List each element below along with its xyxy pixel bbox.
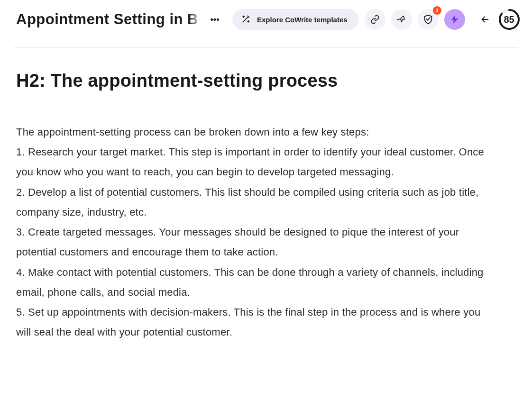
document-title[interactable]: Appointment Setting in B — [16, 11, 201, 28]
more-icon: ••• — [211, 15, 220, 25]
step-1: 1. Research your target market. This ste… — [16, 146, 484, 178]
intro-line: The appointment-setting process can be b… — [16, 126, 369, 138]
document-content[interactable]: H2: The appointment-setting process The … — [0, 48, 532, 343]
notification-badge: 3 — [433, 6, 441, 15]
step-2: 2. Develop a list of potential customers… — [16, 186, 478, 218]
step-5: 5. Set up appointments with decision-mak… — [16, 306, 480, 338]
step-3: 3. Create targeted messages. Your messag… — [16, 226, 459, 258]
bolt-icon — [449, 14, 460, 25]
shield-check-button[interactable]: 3 — [418, 9, 439, 30]
wand-icon — [241, 15, 250, 24]
back-button[interactable] — [479, 14, 491, 25]
shield-check-icon — [423, 14, 433, 25]
bolt-button[interactable] — [444, 9, 465, 30]
score-indicator[interactable]: 85 — [498, 9, 520, 30]
cowrite-templates-button[interactable]: Explore CoWrite templates — [232, 9, 359, 30]
link-button[interactable] — [365, 9, 385, 30]
more-menu-button[interactable]: ••• — [207, 11, 223, 27]
step-4: 4. Make contact with potential customers… — [16, 266, 484, 298]
cowrite-label: Explore CoWrite templates — [257, 16, 348, 24]
topbar: Appointment Setting in B ••• Explore CoW… — [0, 0, 532, 39]
pin-button[interactable] — [391, 9, 412, 30]
score-value: 85 — [498, 9, 520, 30]
pin-icon — [397, 15, 406, 24]
arrow-left-icon — [480, 14, 490, 25]
body-text: The appointment-setting process can be b… — [16, 122, 497, 343]
heading-h2: H2: The appointment-setting process — [16, 71, 497, 91]
link-icon — [370, 15, 380, 24]
